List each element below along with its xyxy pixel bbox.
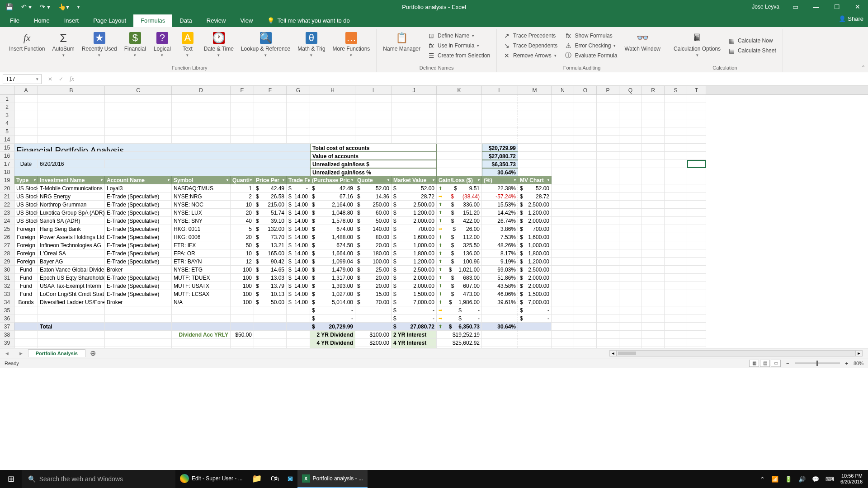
zoom-in-icon[interactable]: + [845,361,848,366]
cell[interactable] [105,339,172,347]
cell[interactable] [552,144,574,152]
cell[interactable] [392,95,437,103]
cell[interactable] [619,160,642,168]
cell[interactable] [105,331,172,339]
cell[interactable] [642,258,665,266]
cell[interactable] [665,266,687,274]
cell[interactable] [105,111,172,119]
cell[interactable] [597,266,619,274]
row-header[interactable]: 35 [0,306,14,314]
cell[interactable] [231,339,254,347]
cell[interactable] [642,95,665,103]
cell[interactable] [642,217,665,225]
start-button[interactable]: ⊞ [0,470,22,488]
cell[interactable] [574,241,597,249]
cell[interactable] [552,323,574,331]
cell[interactable] [552,127,574,136]
cell[interactable] [642,144,665,152]
cell[interactable] [552,298,574,306]
cell[interactable]: NYSE: SNY [172,217,231,225]
cell[interactable] [355,306,392,314]
cell[interactable] [687,225,706,233]
cell[interactable] [287,103,310,111]
row-header[interactable]: 39 [0,339,14,347]
spreadsheet-grid[interactable]: 123451415Financial Portfolio AnalysisTot… [0,95,868,348]
cell[interactable] [642,282,665,290]
cell[interactable]: NASDAQ:TMUS [172,184,231,192]
cell[interactable] [38,95,105,103]
cell[interactable]: E-Trade (Speculative) [105,282,172,290]
enter-icon[interactable]: ✓ [59,76,63,82]
cell[interactable] [287,111,310,119]
cell[interactable]: NRG Energy [38,192,105,201]
row-header[interactable]: 5 [0,127,14,136]
cell[interactable] [687,184,706,192]
cell[interactable] [665,144,687,152]
close-icon[interactable]: ✕ [847,0,868,14]
cell[interactable] [597,176,619,184]
cell[interactable] [574,201,597,209]
cell[interactable] [518,95,552,103]
cell[interactable] [38,339,105,347]
col-hdr-0[interactable]: Type▾ [14,176,38,184]
row-header[interactable]: 36 [0,314,14,323]
collapse-ribbon-icon[interactable]: ⌃ [861,65,865,70]
row-header[interactable]: 23 [0,209,14,217]
cell[interactable] [642,323,665,331]
cell[interactable] [665,323,687,331]
cell[interactable]: 50 [231,241,254,249]
cell[interactable] [482,103,518,111]
cell[interactable] [642,306,665,314]
col-hdr-3[interactable]: Symbol▾ [172,176,231,184]
cell[interactable] [310,111,355,119]
cell[interactable] [619,152,642,160]
math-trig-button[interactable]: θMath & Trig▾ [295,30,328,59]
cell[interactable] [619,111,642,119]
cell[interactable] [597,192,619,201]
cell[interactable] [574,111,597,119]
undo-icon[interactable]: ↶ ▾ [21,3,32,10]
cell[interactable]: ETR: BAYN [172,258,231,266]
cell[interactable]: E-Trade (Speculative) [105,241,172,249]
cell[interactable]: Fund [14,290,38,298]
col-header-R[interactable]: R [642,86,665,94]
cell[interactable] [619,298,642,306]
col-header-F[interactable]: F [254,86,287,94]
cell[interactable] [552,209,574,217]
cell[interactable] [552,119,574,127]
cell[interactable] [574,339,597,347]
cell[interactable] [597,290,619,298]
view-page-layout-icon[interactable]: ▤ [760,360,770,367]
cell[interactable] [518,136,552,144]
cell[interactable] [287,119,310,127]
cell[interactable] [574,209,597,217]
cell[interactable] [619,225,642,233]
cell[interactable] [355,127,392,136]
cell[interactable] [687,192,706,201]
cell[interactable] [642,274,665,282]
cell[interactable] [642,119,665,127]
cell[interactable] [14,111,38,119]
cell[interactable]: T-Mobile Communications [38,184,105,192]
cell[interactable] [619,331,642,339]
cell[interactable] [105,306,172,314]
cell[interactable] [665,119,687,127]
minimize-icon[interactable]: — [806,0,826,14]
cell[interactable] [665,184,687,192]
evaluate-formula-button[interactable]: ⓘEvaluate Formula [562,51,620,60]
cell[interactable] [552,184,574,192]
cell[interactable]: Bayer AG [38,258,105,266]
cell[interactable] [687,233,706,241]
cell[interactable] [642,127,665,136]
maximize-icon[interactable]: ☐ [826,0,847,14]
cell[interactable] [619,249,642,258]
cell[interactable] [597,241,619,249]
col-hdr-5[interactable]: Price Per▾ [254,176,287,184]
cell[interactable] [574,95,597,103]
cell[interactable] [437,111,482,119]
cell[interactable] [665,258,687,266]
cell[interactable] [619,323,642,331]
cell[interactable] [665,95,687,103]
row-header[interactable]: 15 [0,144,14,152]
cell[interactable] [687,176,706,184]
